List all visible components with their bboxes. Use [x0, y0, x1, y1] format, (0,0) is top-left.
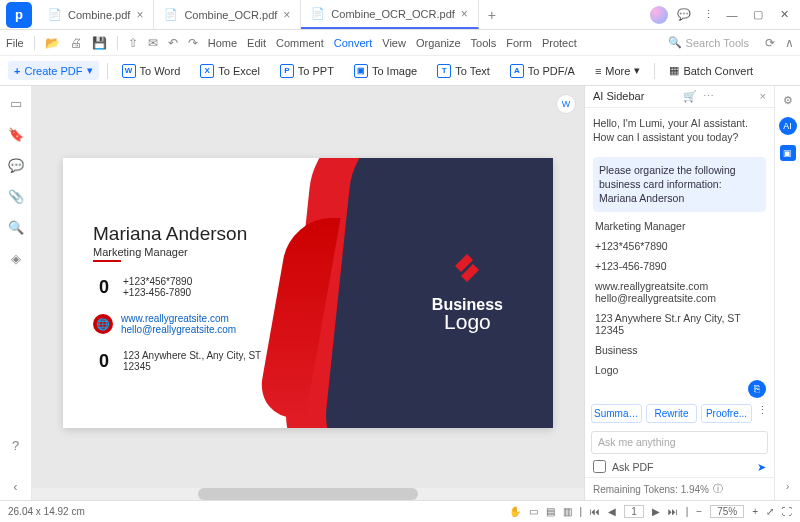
close-icon[interactable]: ×	[136, 8, 143, 22]
help-icon[interactable]: ?	[12, 438, 19, 453]
select-tool-icon[interactable]: ▭	[529, 506, 538, 517]
to-excel-button[interactable]: XTo Excel	[194, 61, 266, 81]
tab-combine[interactable]: 📄Combine.pdf×	[38, 0, 154, 29]
ask-pdf-checkbox[interactable]	[593, 460, 606, 473]
word-icon: W	[122, 64, 136, 78]
close-icon[interactable]: ×	[283, 8, 290, 22]
to-image-button[interactable]: ▣To Image	[348, 61, 423, 81]
text-icon: T	[437, 64, 451, 78]
minimize-button[interactable]: —	[720, 4, 744, 26]
summarize-button[interactable]: Summar...	[591, 404, 642, 423]
menu-convert[interactable]: Convert	[334, 37, 373, 49]
expand-icon[interactable]: ∧	[785, 36, 794, 50]
redo-icon[interactable]: ↷	[188, 36, 198, 50]
thumbnails-icon[interactable]: ▭	[10, 96, 22, 111]
label: To Text	[455, 65, 490, 77]
scroll-thumb[interactable]	[198, 488, 419, 500]
more-icon[interactable]: ⋯	[703, 90, 714, 103]
fullscreen-icon[interactable]: ⛶	[782, 506, 792, 517]
menu-edit[interactable]: Edit	[247, 37, 266, 49]
to-text-button[interactable]: TTo Text	[431, 61, 496, 81]
more-icon[interactable]: ⋮	[756, 404, 768, 423]
tool-icon[interactable]: ▣	[780, 145, 796, 161]
close-icon[interactable]: ×	[461, 7, 468, 21]
website-link[interactable]: www.reallygreatsite.com	[121, 313, 229, 324]
fit-page-icon[interactable]: ⤢	[766, 506, 774, 517]
zoom-in-icon[interactable]: +	[752, 506, 758, 517]
menu-home[interactable]: Home	[208, 37, 237, 49]
to-pdfa-button[interactable]: ATo PDF/A	[504, 61, 581, 81]
tab-combine-ocr-ocr[interactable]: 📄Combine_OCR_OCR.pdf×	[301, 0, 479, 29]
more-icon[interactable]: ⋮	[696, 4, 720, 26]
chevron-left-icon[interactable]: ‹	[13, 479, 17, 494]
settings-icon[interactable]: ⚙	[783, 94, 793, 107]
bookmarks-icon[interactable]: 🔖	[8, 127, 24, 142]
label: Batch Convert	[683, 65, 753, 77]
save-icon[interactable]: 💾	[92, 36, 107, 50]
layers-icon[interactable]: ◈	[11, 251, 21, 266]
ai-input[interactable]: Ask me anything	[591, 431, 768, 454]
ai-user-message: Please organize the following business c…	[593, 157, 766, 212]
menu-file[interactable]: File	[6, 37, 24, 49]
menu-tools[interactable]: Tools	[471, 37, 497, 49]
label: To Image	[372, 65, 417, 77]
close-icon[interactable]: ×	[760, 90, 766, 102]
edit-word-chip-icon[interactable]: W	[556, 94, 576, 114]
hand-tool-icon[interactable]: ✋	[509, 506, 521, 517]
batch-convert-button[interactable]: ▦Batch Convert	[663, 61, 759, 80]
ai-sidebar: AI Sidebar 🛒 ⋯ × Hello, I'm Lumi, your A…	[584, 86, 774, 500]
cart-icon[interactable]: 🛒	[683, 90, 697, 103]
more-button[interactable]: ≡More▾	[589, 61, 646, 80]
document-canvas[interactable]: W Mariana Anderson Marketing Manager 0 +…	[32, 86, 584, 500]
rewrite-button[interactable]: Rewrite	[646, 404, 697, 423]
send-icon[interactable]: ➤	[757, 461, 766, 473]
menu-view[interactable]: View	[382, 37, 406, 49]
next-page-icon[interactable]: ▶	[652, 506, 660, 517]
chevron-right-icon[interactable]: ›	[786, 480, 790, 492]
attachments-icon[interactable]: 📎	[8, 189, 24, 204]
open-icon[interactable]: 📂	[45, 36, 60, 50]
chat-icon[interactable]: 💬	[672, 4, 696, 26]
zoom-level[interactable]: 75%	[710, 505, 744, 518]
horizontal-scrollbar[interactable]	[32, 488, 584, 500]
ai-line: Marketing Manager	[585, 216, 774, 236]
search-panel-icon[interactable]: 🔍	[8, 220, 24, 235]
tab-combine-ocr[interactable]: 📄Combine_OCR.pdf×	[154, 0, 301, 29]
page-input[interactable]: 1	[624, 505, 644, 518]
to-ppt-button[interactable]: PTo PPT	[274, 61, 340, 81]
prev-page-icon[interactable]: ⏮	[590, 506, 600, 517]
info-icon[interactable]: ⓘ	[713, 482, 723, 496]
copy-icon[interactable]: ⎘	[748, 380, 766, 398]
ai-orb-icon[interactable]	[650, 6, 668, 24]
menu-form[interactable]: Form	[506, 37, 532, 49]
mail-icon[interactable]: ✉	[148, 36, 158, 50]
page-layout-icon[interactable]: ▥	[563, 506, 572, 517]
phone-icon: 0	[93, 276, 115, 298]
menu-comment[interactable]: Comment	[276, 37, 324, 49]
card-name: Mariana Anderson	[93, 223, 247, 245]
read-mode-icon[interactable]: ▤	[546, 506, 555, 517]
undo-icon[interactable]: ↶	[168, 36, 178, 50]
to-word-button[interactable]: WTo Word	[116, 61, 187, 81]
menu-protect[interactable]: Protect	[542, 37, 577, 49]
first-page-icon[interactable]: ◀	[608, 506, 616, 517]
plus-icon: +	[14, 65, 20, 77]
last-page-icon[interactable]: ⏭	[668, 506, 678, 517]
create-pdf-button[interactable]: +Create PDF▾	[8, 61, 99, 80]
close-button[interactable]: ✕	[772, 4, 796, 26]
print-icon[interactable]: 🖨	[70, 36, 82, 50]
statusbar: 26.04 x 14.92 cm ✋ ▭ ▤ ▥ | ⏮ ◀ 1 ▶ ⏭ | −…	[0, 500, 800, 522]
ai-line: www.reallygreatsite.com hello@reallygrea…	[585, 276, 774, 308]
proofread-button[interactable]: Proofre...	[701, 404, 752, 423]
zoom-out-icon[interactable]: −	[696, 506, 702, 517]
menu-organize[interactable]: Organize	[416, 37, 461, 49]
email-link[interactable]: hello@reallygreatsite.com	[121, 324, 236, 335]
ai-quick-actions: Summar... Rewrite Proofre... ⋮	[585, 398, 774, 427]
maximize-button[interactable]: ▢	[746, 4, 770, 26]
ai-icon[interactable]: AI	[779, 117, 797, 135]
comments-icon[interactable]: 💬	[8, 158, 24, 173]
new-tab-button[interactable]: +	[479, 0, 505, 29]
cloud-icon[interactable]: ⟳	[765, 36, 775, 50]
share-icon[interactable]: ⇧	[128, 36, 138, 50]
search-tools[interactable]: 🔍Search Tools	[668, 36, 749, 49]
